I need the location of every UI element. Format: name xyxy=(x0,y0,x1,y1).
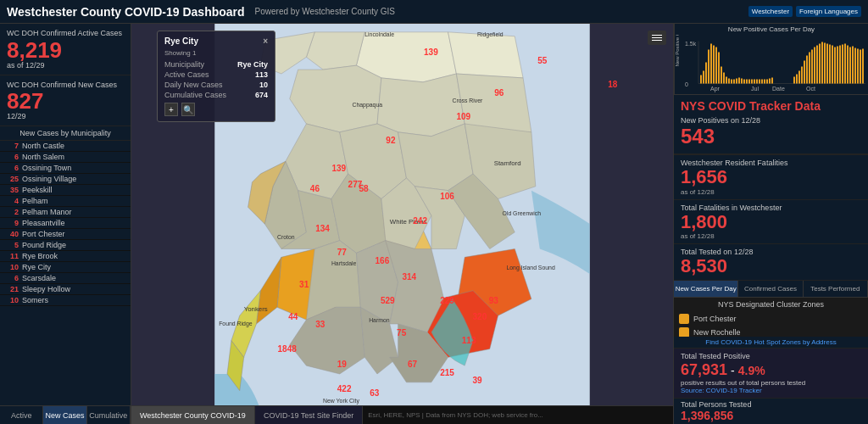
muni-name: Peekskill xyxy=(22,186,53,194)
total-tested-date-number: 8,530 xyxy=(681,256,861,276)
svg-rect-66 xyxy=(743,80,745,84)
svg-text:Cross River: Cross River xyxy=(453,98,484,103)
svg-rect-100 xyxy=(849,47,851,84)
muni-name: Sleepy Hollow xyxy=(22,285,70,293)
right-tab-tests-performed[interactable]: Tests Performed xyxy=(804,281,868,297)
svg-text:Apr: Apr xyxy=(710,86,721,92)
svg-marker-6 xyxy=(377,74,465,137)
muni-name: North Castle xyxy=(22,142,64,150)
svg-rect-91 xyxy=(826,44,828,84)
svg-text:Oct: Oct xyxy=(806,86,815,92)
chart-container: 1.5k 0 New Positive Cases xyxy=(675,35,868,94)
find-hotspot-link[interactable]: Find COVID-19 Hot Spot Zones by Address xyxy=(674,337,868,349)
list-item: 25Ossining Village xyxy=(0,174,131,185)
svg-rect-78 xyxy=(793,77,795,84)
list-item: 6Ossining Town xyxy=(0,163,131,174)
svg-text:Stamford: Stamford xyxy=(494,159,521,167)
chart-svg: 1.5k 0 New Positive Cases xyxy=(675,35,868,94)
popup-active-val: 113 xyxy=(255,70,268,79)
svg-rect-50 xyxy=(703,71,704,84)
svg-text:New Positive Cases: New Positive Cases xyxy=(675,35,680,67)
map-zoom-out[interactable]: 🔍 xyxy=(181,103,195,116)
svg-text:New York City: New York City xyxy=(323,398,359,404)
muni-count: 6 xyxy=(5,274,19,282)
popup-active-row: Active Cases 113 xyxy=(164,70,268,79)
confirmed-new-box: WC DOH Confirmed New Cases 827 12/29 xyxy=(0,75,131,127)
list-item: 4Pelham xyxy=(0,196,131,207)
right-tab-new-cases-per-day[interactable]: New Cases Per Day xyxy=(674,281,738,297)
svg-text:Ridgefield: Ridgefield xyxy=(477,31,504,38)
muni-name: Rye City xyxy=(22,263,51,271)
total-fatalities-date: as of 12/28 xyxy=(681,232,861,240)
new-positives-number: 543 xyxy=(681,125,861,148)
tab-active[interactable]: Active xyxy=(0,406,43,424)
popup-close[interactable]: × xyxy=(263,36,268,46)
muni-count: 11 xyxy=(5,252,19,260)
chart-section: New Positive Cases Per Day 1.5k 0 New Po… xyxy=(674,24,868,95)
total-tested-desc: positive results out of total persons te… xyxy=(681,379,861,387)
total-tested-positive-label: Total Tested Positive xyxy=(681,352,861,360)
source-link[interactable]: Source: COVID-19 Tracker xyxy=(681,387,861,394)
popup-municipality-label: Municipality xyxy=(164,60,204,69)
svg-rect-73 xyxy=(761,80,763,84)
muni-count: 35 xyxy=(5,186,19,194)
tab-new-cases[interactable]: New Cases xyxy=(43,406,86,424)
map-area[interactable]: Stamford Old Greenwich Long Island Sound… xyxy=(131,24,673,424)
svg-rect-55 xyxy=(715,47,717,84)
popup-daily-row: Daily New Cases 10 xyxy=(164,81,268,89)
map-tab-0[interactable]: Westchester County COVID-19 xyxy=(131,406,255,424)
svg-rect-83 xyxy=(806,56,808,84)
nys-section: NYS COVID Tracker Data New Positives on … xyxy=(674,95,868,154)
svg-rect-64 xyxy=(738,78,740,84)
muni-name: Pleasantville xyxy=(22,219,65,227)
muni-name: Rye Brook xyxy=(22,252,58,260)
main-content: WC DOH Confirmed Active Cases 8,219 as o… xyxy=(0,24,868,424)
svg-rect-65 xyxy=(741,79,743,84)
confirmed-active-number: 8,219 xyxy=(7,39,124,61)
muni-name: North Salem xyxy=(22,153,64,161)
muni-count: 21 xyxy=(5,285,19,293)
muni-count: 7 xyxy=(5,142,19,150)
cluster-item: Port Chester xyxy=(679,313,863,325)
muni-name: Ossining Village xyxy=(22,175,76,183)
muni-count: 6 xyxy=(5,153,19,161)
map-zoom-in[interactable]: + xyxy=(164,103,178,116)
svg-rect-52 xyxy=(708,50,709,84)
map-menu-icon[interactable] xyxy=(648,31,666,45)
total-tested-number: 67,931 xyxy=(681,361,727,379)
muni-name: Pelham Manor xyxy=(22,208,72,216)
svg-rect-101 xyxy=(852,47,854,84)
right-panel: New Positive Cases Per Day 1.5k 0 New Po… xyxy=(673,24,868,424)
svg-marker-2 xyxy=(448,32,524,78)
svg-rect-97 xyxy=(842,45,843,84)
map-popup: Rye City × Showing 1 Municipality Rye Ci… xyxy=(157,31,275,122)
cluster-title: NYS Designated Cluster Zones xyxy=(674,298,868,309)
cluster-zone-section: NYS Designated Cluster Zones Port Cheste… xyxy=(674,298,868,337)
list-item: 10Rye City xyxy=(0,262,131,273)
right-tab-bar: New Cases Per DayConfirmed CasesTests Pe… xyxy=(674,281,868,298)
list-item: 6Scarsdale xyxy=(0,273,131,284)
total-tested-date: Total Tested on 12/28 8,530 xyxy=(674,244,868,281)
list-item: 40Port Chester xyxy=(0,229,131,240)
cluster-item: New Rochelle xyxy=(679,326,863,337)
popup-daily-label: Daily New Cases xyxy=(164,81,223,89)
total-persons-section: Total Persons Tested 1,396,856 xyxy=(674,398,868,424)
muni-name: Pelham xyxy=(22,197,48,205)
svg-rect-92 xyxy=(829,45,831,84)
muni-count: 10 xyxy=(5,263,19,271)
y-zero-label: 0 xyxy=(685,81,688,87)
municipality-header: New Cases by Municipality xyxy=(0,126,131,141)
right-tab-confirmed-cases[interactable]: Confirmed Cases xyxy=(738,281,803,297)
map-bottom-bar: Westchester County COVID-19COVID-19 Test… xyxy=(131,405,673,424)
muni-count: 40 xyxy=(5,230,19,238)
svg-text:Harmon: Harmon xyxy=(369,317,390,323)
list-item: 5Pound Ridge xyxy=(0,240,131,251)
tab-cumulative[interactable]: Cumulative xyxy=(87,406,131,424)
svg-rect-99 xyxy=(847,46,849,84)
svg-rect-69 xyxy=(751,80,753,84)
svg-rect-62 xyxy=(733,80,735,84)
svg-text:Date: Date xyxy=(772,86,785,92)
svg-rect-88 xyxy=(819,44,821,84)
total-persons-label: Total Persons Tested xyxy=(681,400,861,409)
map-tab-1[interactable]: COVID-19 Test Site Finder xyxy=(255,406,363,424)
